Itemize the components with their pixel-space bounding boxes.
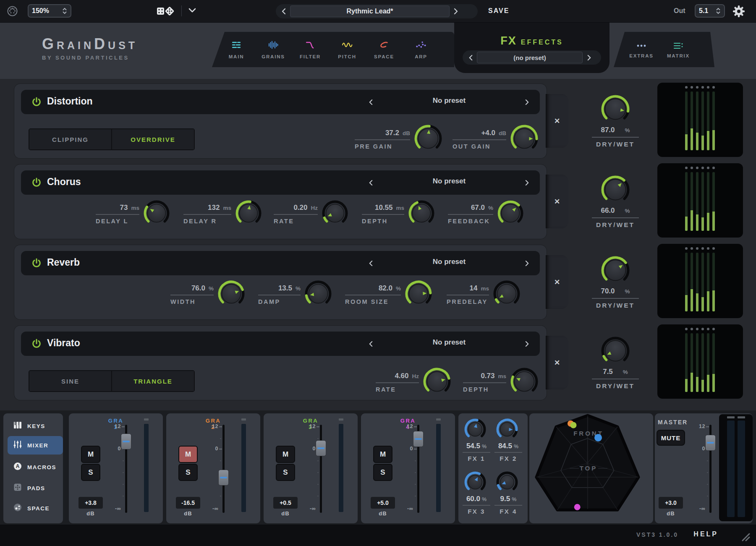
sidebar-item-keys[interactable]: KEYS	[8, 417, 63, 435]
fx-preset-name-field[interactable]: (no preset)	[477, 52, 583, 63]
param-knob[interactable]	[218, 280, 245, 309]
module-preset-prev-button[interactable]	[365, 97, 376, 107]
module-preset-prev-button[interactable]	[365, 259, 376, 268]
module-preset-next-button[interactable]	[521, 339, 532, 348]
param-knob[interactable]	[510, 368, 538, 397]
fx-preset-prev-button[interactable]	[464, 52, 477, 63]
param-knob[interactable]	[423, 368, 451, 397]
module-preset-name[interactable]: No preset	[399, 177, 500, 185]
mute-button[interactable]: M	[81, 446, 100, 463]
power-icon[interactable]	[31, 338, 42, 351]
mute-button[interactable]: M	[373, 446, 392, 463]
midi-icon[interactable]	[7, 5, 18, 18]
fx-send-knob[interactable]	[496, 418, 518, 442]
module-close-button[interactable]: ✕	[554, 197, 560, 206]
param-knob[interactable]	[305, 280, 332, 309]
param-knob[interactable]	[405, 280, 432, 309]
sidebar-item-pads[interactable]: PADS	[8, 479, 63, 497]
channel-fader[interactable]	[222, 425, 225, 513]
param-knob[interactable]	[510, 125, 538, 154]
module-close-button[interactable]: ✕	[554, 358, 560, 367]
dry-wet-value: 70.0	[601, 287, 615, 295]
dry-wet-knob[interactable]	[601, 359, 630, 366]
sidebar-item-mixer[interactable]: MIXER	[8, 436, 63, 455]
module-preset-prev-button[interactable]	[365, 339, 376, 348]
master-mute-button[interactable]: MUTE	[657, 430, 685, 446]
param-knob[interactable]	[144, 200, 170, 228]
param-knob[interactable]	[235, 200, 262, 228]
toggle-option[interactable]: CLIPPING	[29, 129, 111, 149]
gain-value[interactable]: +0.5	[273, 497, 298, 509]
randomize-dice-icon[interactable]	[156, 5, 175, 19]
sidebar-item-space[interactable]: SPACE	[8, 499, 63, 517]
dry-wet-knob[interactable]	[601, 198, 630, 205]
module-close-button[interactable]: ✕	[554, 117, 560, 125]
param-knob[interactable]	[322, 200, 348, 228]
module-preset-next-button[interactable]	[521, 259, 532, 268]
output-channel-select[interactable]: 5.1	[695, 4, 725, 18]
solo-button[interactable]: S	[81, 464, 100, 481]
sidebar-item-macros[interactable]: AMACROS	[8, 458, 63, 476]
fx-preset-next-button[interactable]	[583, 52, 595, 63]
gain-value[interactable]: +5.0	[371, 497, 395, 509]
module-preset-next-button[interactable]	[521, 178, 532, 187]
fx-send-knob[interactable]	[496, 471, 518, 495]
preset-prev-button[interactable]	[277, 6, 290, 17]
param-knob[interactable]	[493, 280, 520, 309]
module-close-button[interactable]: ✕	[554, 278, 560, 287]
param-knob[interactable]	[414, 125, 442, 154]
zoom-level-select[interactable]: 150%	[28, 4, 71, 18]
save-button[interactable]: SAVE	[488, 7, 509, 15]
fader-handle[interactable]	[316, 440, 326, 456]
dry-wet-knob[interactable]	[601, 279, 630, 286]
settings-gear-icon[interactable]	[732, 5, 745, 19]
dry-wet-knob[interactable]	[601, 118, 630, 125]
fader-handle[interactable]	[705, 435, 716, 451]
tab-filter[interactable]: FILTER	[292, 32, 329, 67]
solo-button[interactable]: S	[178, 464, 198, 481]
toggle-option[interactable]: TRIANGLE	[112, 371, 194, 391]
mute-button[interactable]: M	[276, 446, 295, 463]
module-preset-prev-button[interactable]	[365, 178, 376, 187]
panner-dot[interactable]	[594, 434, 602, 442]
panner-dot[interactable]	[570, 422, 576, 428]
master-gain-value[interactable]: +3.0	[659, 497, 683, 509]
panner-dot[interactable]	[574, 504, 581, 510]
tab-matrix[interactable]: MATRIX	[660, 32, 697, 67]
toggle-option[interactable]: SINE	[29, 371, 111, 391]
param-knob[interactable]	[497, 200, 523, 228]
preset-next-button[interactable]	[450, 6, 462, 17]
fx-send-knob[interactable]	[464, 418, 486, 442]
power-icon[interactable]	[31, 97, 42, 109]
tab-pitch[interactable]: PITCH	[329, 32, 366, 67]
solo-button[interactable]: S	[373, 464, 392, 481]
fader-handle[interactable]	[413, 431, 424, 447]
chevron-down-icon[interactable]	[188, 8, 196, 15]
module-preset-name[interactable]: No preset	[399, 97, 500, 105]
fader-handle[interactable]	[121, 434, 131, 449]
gain-value[interactable]: +3.8	[78, 497, 103, 509]
param-value: 37.2	[385, 129, 399, 137]
power-icon[interactable]	[31, 177, 42, 190]
power-icon[interactable]	[31, 258, 42, 270]
module-preset-name[interactable]: No preset	[399, 338, 500, 347]
surround-panner[interactable]: FRONTTOP	[529, 413, 653, 523]
preset-name-field[interactable]: Rythmic Lead*	[290, 5, 450, 17]
help-button[interactable]: HELP	[693, 530, 718, 538]
resize-handle-icon[interactable]	[739, 530, 750, 543]
fx-send-knob[interactable]	[464, 471, 486, 495]
param-knob[interactable]	[408, 200, 434, 228]
module-preset-next-button[interactable]	[521, 97, 532, 107]
tab-extras[interactable]: EXTRAS	[623, 32, 660, 67]
gain-value[interactable]: -16.5	[176, 497, 200, 509]
tab-space[interactable]: SPACE	[366, 32, 403, 67]
mute-button[interactable]: M	[178, 446, 198, 463]
tab-grains[interactable]: GRAINS	[255, 32, 292, 67]
toggle-option[interactable]: OVERDRIVE	[112, 129, 194, 149]
tab-main[interactable]: MAIN	[218, 32, 255, 67]
channel-fader[interactable]	[320, 425, 322, 513]
module-preset-name[interactable]: No preset	[399, 258, 500, 266]
solo-button[interactable]: S	[276, 464, 295, 481]
fader-handle[interactable]	[218, 470, 229, 486]
tab-arp[interactable]: ARP	[403, 32, 439, 67]
